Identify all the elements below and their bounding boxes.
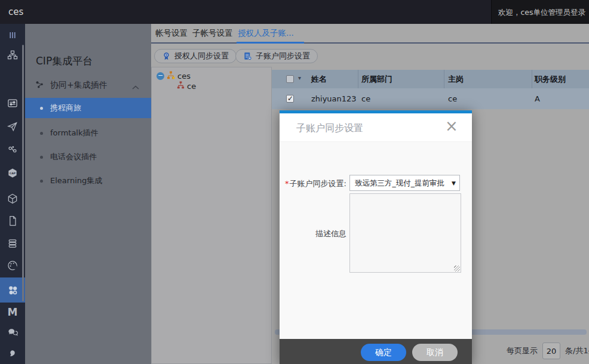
tab-subaccount-settings[interactable]: 子帐号设置 xyxy=(192,28,233,39)
rail-scrollbar[interactable] xyxy=(22,45,24,301)
tree-node-child[interactable]: ce xyxy=(177,81,196,91)
tab-account-settings[interactable]: 帐号设置 xyxy=(155,28,188,39)
description-label: 描述信息 xyxy=(280,229,346,239)
authorizer-sync-button[interactable]: 授权人同步设置 xyxy=(154,49,237,63)
pagination: 每页显示 条/共1条 xyxy=(507,343,589,359)
medal-icon xyxy=(162,51,171,61)
close-icon[interactable]: × xyxy=(442,116,461,137)
apps-clover-icon[interactable] xyxy=(0,277,25,303)
bullet-icon xyxy=(40,156,43,159)
dialog-body: *子账户同步设置: 致远第三方_现付_提前审批 ▼ 描述信息 xyxy=(280,142,472,339)
table-header: ▾ 姓名 所属部门 主岗 职务级别 xyxy=(272,70,589,88)
chevron-up-icon[interactable] xyxy=(131,82,140,93)
col-post: 主岗 xyxy=(448,74,464,85)
per-page-label: 每页显示 xyxy=(507,346,538,356)
cube-icon[interactable] xyxy=(0,190,25,207)
col-name: 姓名 xyxy=(311,74,327,85)
svg-text:CAP: CAP xyxy=(10,172,16,175)
send-icon[interactable] xyxy=(0,118,25,135)
sidebar-item-conference[interactable]: 电话会议插件 xyxy=(25,147,151,167)
cell-level: A xyxy=(535,94,540,103)
sitemap-icon[interactable] xyxy=(0,47,25,63)
toolbar: 授权人同步设置 子账户同步设置 xyxy=(151,45,589,67)
cell-name: zhiyuan123 xyxy=(311,94,357,103)
chat-bubbles-icon[interactable] xyxy=(0,324,25,341)
chain-link-icon[interactable] xyxy=(0,141,25,158)
collapse-icon[interactable]: − xyxy=(157,72,164,80)
topbar-user-zone: 欢迎，ces单位管理员登录 xyxy=(491,0,589,24)
column-divider xyxy=(358,70,358,88)
table-row[interactable]: zhiyuan123 ce ce A xyxy=(272,88,589,109)
document-icon[interactable] xyxy=(0,212,25,229)
caret-down-icon: ▼ xyxy=(452,175,456,191)
column-divider xyxy=(444,70,444,88)
org-unit-icon xyxy=(167,71,175,81)
dialog-header: 子账户同步设置 × xyxy=(280,113,472,142)
sidebar-title: CIP集成平台 xyxy=(36,54,93,68)
sidebar-group-plugins[interactable]: 协同+集成插件 xyxy=(25,76,151,94)
org-tree-panel: − ces ce xyxy=(151,67,272,364)
bullet-icon xyxy=(40,180,43,183)
dialog-title: 子账户同步设置 xyxy=(296,122,363,135)
chevron-down-icon[interactable]: ▾ xyxy=(298,75,301,81)
palette-icon[interactable] xyxy=(0,257,25,274)
layers-icon[interactable] xyxy=(0,235,25,252)
cell-post: ce xyxy=(448,94,457,103)
doc-add-icon xyxy=(243,51,252,61)
resize-grip-icon[interactable] xyxy=(454,266,460,272)
app-title: ces xyxy=(8,7,23,17)
tree-node-root[interactable]: − ces xyxy=(157,71,191,81)
sync-setting-select[interactable]: 致远第三方_现付_提前审批 ▼ xyxy=(349,175,460,191)
tab-bar: 帐号设置 子帐号设置 授权人及子账... xyxy=(151,24,589,44)
active-tab-underline xyxy=(237,42,304,44)
subaccount-sync-button[interactable]: 子账户同步设置 xyxy=(235,49,318,63)
top-bar: ces 欢迎，ces单位管理员登录 xyxy=(0,0,589,24)
total-label: 条/共1条 xyxy=(565,346,589,356)
comment-curve-icon[interactable] xyxy=(0,346,25,362)
sliders-panel-icon[interactable] xyxy=(0,95,25,112)
share-icon xyxy=(35,79,45,92)
tab-authorizer[interactable]: 授权人及子账... xyxy=(238,28,294,39)
sidebar: CIP集成平台 协同+集成插件 携程商旅 formtalk插件 电话会议插件 E… xyxy=(25,24,151,364)
cancel-button[interactable]: 取消 xyxy=(412,344,458,361)
dialog-footer: 确定 取消 xyxy=(280,339,472,364)
bullet-icon xyxy=(40,132,43,135)
sidebar-item-ctrip[interactable]: 携程商旅 xyxy=(25,98,151,118)
sidebar-item-formtalk[interactable]: formtalk插件 xyxy=(25,123,151,143)
cell-dept: ce xyxy=(361,94,370,103)
select-all-checkbox[interactable] xyxy=(286,75,294,83)
col-dept: 所属部门 xyxy=(361,74,392,85)
org-unit-icon xyxy=(177,81,185,91)
cap-badge-icon[interactable]: CAP xyxy=(0,165,25,181)
per-page-input[interactable] xyxy=(542,343,560,359)
icon-rail: CAP M xyxy=(0,24,25,364)
sync-field-label: *子账户同步设置: xyxy=(280,178,346,189)
required-asterisk: * xyxy=(285,179,289,188)
bullet-icon xyxy=(40,107,43,110)
app-root: ces 欢迎，ces单位管理员登录 CAP xyxy=(0,0,589,364)
col-level: 职务级别 xyxy=(535,74,566,85)
sidebar-group-label: 协同+集成插件 xyxy=(50,80,108,91)
sidebar-item-elearning[interactable]: Elearning集成 xyxy=(25,171,151,191)
welcome-text: 欢迎，ces单位管理员登录 xyxy=(498,8,585,18)
subaccount-sync-dialog: 子账户同步设置 × *子账户同步设置: 致远第三方_现付_提前审批 ▼ 描述信息… xyxy=(280,110,472,364)
row-checkbox[interactable] xyxy=(286,95,294,103)
confirm-button[interactable]: 确定 xyxy=(361,344,406,361)
module-m-icon[interactable]: M xyxy=(0,304,25,320)
column-divider xyxy=(532,70,532,88)
menu-icon[interactable] xyxy=(0,27,25,44)
description-textarea[interactable] xyxy=(349,193,461,273)
